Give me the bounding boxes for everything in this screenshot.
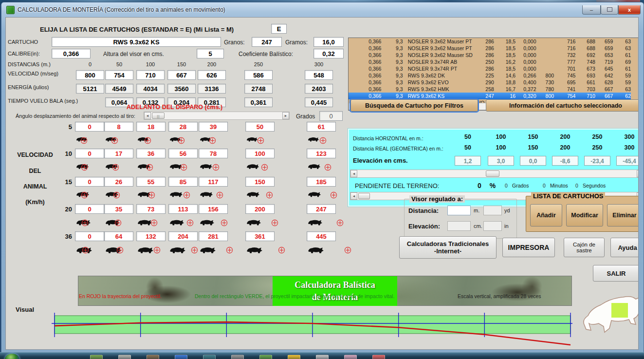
dist-horizontal-value: 50 — [464, 133, 471, 140]
crosshair-lead-icon — [216, 191, 223, 199]
taskbar-app-icon[interactable] — [147, 355, 159, 359]
elevation-value-box[interactable]: -8,6 — [552, 156, 578, 166]
taskbar-app-icon[interactable] — [90, 355, 103, 359]
cartucho-value[interactable]: RWS 9.3x62 KS — [52, 37, 221, 47]
title-bar[interactable]: CALCULADORA DE MONTERÍA (Corrección del … — [4, 3, 641, 16]
grados-label: Grados — [296, 113, 315, 120]
cartridge-row[interactable]: 0,3669,3RWS 9.3x62 HMK25816,70,372780741… — [349, 86, 631, 93]
taskbar-app-icon[interactable] — [288, 355, 300, 359]
grid-vscrollbar[interactable]: ▲ ▼ — [638, 38, 639, 103]
cartridge-row[interactable]: 0,3669,3NOSLER 9.3x74R PT28618,50,000701… — [349, 65, 631, 72]
velocity-value: 754 — [105, 70, 133, 80]
cartridge-row[interactable]: 0,3669,3NOSLER 9.3x62 Mauser SD28618,50,… — [349, 52, 631, 58]
anadir-button[interactable]: Añadir — [530, 204, 562, 227]
gramos-value[interactable]: 16,0 — [313, 37, 344, 47]
eliminar-button[interactable]: Eliminar — [607, 204, 639, 227]
boar-silhouette-icon — [169, 191, 183, 199]
elevation-value-box[interactable]: -23,4 — [584, 156, 610, 166]
cartridge-cell: 659 — [595, 45, 613, 52]
distance-scroll-thumb[interactable] — [486, 170, 499, 177]
cartridge-row[interactable]: 0,3669,3NOSLER 9.3x62 Mauser PT28618,50,… — [349, 45, 631, 52]
crosshair-lead-icon — [150, 219, 158, 227]
taskbar-app-icon[interactable] — [259, 355, 272, 359]
cartridge-cell: 9,3 — [381, 45, 403, 52]
taskbar-app-icon[interactable] — [316, 355, 329, 359]
impresora-button[interactable]: IMPRESORA — [502, 238, 555, 257]
minimize-button[interactable]: – — [582, 5, 601, 15]
visor-distancia-m-input[interactable] — [447, 206, 471, 215]
taskbar-app-icon[interactable] — [344, 355, 357, 359]
salir-button[interactable]: SALIR — [593, 265, 639, 282]
crosshair-lead-icon — [319, 137, 327, 144]
angle-slider-right-arrow[interactable]: ► — [282, 112, 289, 119]
angle-slider-thumb[interactable]: ||| — [152, 113, 165, 119]
pendiente-grados-value: 0 — [505, 183, 508, 189]
cartridge-cell: 628 — [595, 79, 613, 86]
velocity-value: 710 — [136, 70, 165, 80]
cartridge-row[interactable]: 0,3669,3NOSLER 9.3x74R AB25016,20,000777… — [349, 58, 631, 65]
elevation-value-box[interactable]: 0,0 — [520, 156, 546, 166]
calculadoras-tradicionales-button[interactable]: Calculadoras Tradicionales -Internet- — [399, 236, 497, 259]
taskbar-app-icon[interactable] — [372, 355, 385, 359]
distance-scroll-right-arrow[interactable]: ► — [637, 170, 639, 177]
cajon-de-sastre-button[interactable]: Cajón de sastre — [564, 238, 605, 257]
crosshair-lead-icon — [183, 191, 190, 199]
cartridge-row[interactable]: 0,3669,3RWS 9.3x62 EVO29018,80,400730695… — [349, 79, 631, 86]
elevacion-cms-label: Elevación en cms. — [353, 157, 408, 164]
cartridge-cell: 0,366 — [349, 38, 381, 45]
busqueda-filtros-button[interactable]: Búsqueda de Cartucho por Filtros — [350, 99, 478, 112]
cartridge-cell: 0,366 — [349, 79, 381, 86]
cartridge-cell: NOSLER 9.3x62 Mauser SD — [403, 52, 478, 58]
calibre-value[interactable]: 0,366 — [52, 49, 91, 58]
informacion-cartucho-button[interactable]: Información del cartucho seleccionado — [486, 99, 639, 112]
cartridge-row[interactable]: 0,3669,3RWS 9.3x62 DK22514,60,2668007456… — [349, 72, 631, 79]
crosshair-lead-icon — [271, 219, 278, 227]
cartridge-cell: 9,3 — [381, 79, 403, 86]
cartridge-cell: 16,7 — [494, 86, 515, 93]
crosshair-lead-icon — [146, 164, 153, 171]
start-orb[interactable] — [5, 354, 19, 359]
distance-tick: 0 — [89, 61, 92, 67]
elevation-value-box[interactable]: 3,0 — [488, 156, 514, 166]
pendiente-slider-thumb[interactable] — [358, 193, 370, 199]
distance-scrollbar[interactable]: ◄ ► — [350, 170, 639, 178]
taskbar-app-icon[interactable] — [175, 355, 187, 359]
elevation-value-box[interactable]: -45,4 — [616, 156, 639, 166]
close-button[interactable]: x — [618, 5, 641, 15]
pendiente-slider-left-arrow[interactable]: ◄ — [350, 192, 357, 200]
cartridge-cell: 730 — [536, 79, 554, 86]
cartridge-row[interactable]: 0,3669,3RWS 9.3x62 KS247160,320800754710… — [349, 93, 631, 99]
gramos-label: Gramos: — [285, 39, 308, 46]
grados-value[interactable]: 0 — [319, 111, 343, 121]
taskbar-app-icon[interactable] — [231, 355, 244, 359]
taskbar[interactable] — [0, 352, 644, 359]
visor-distancia-yd-input[interactable] — [483, 206, 502, 215]
modificar-button[interactable]: Modificar — [566, 204, 603, 227]
cartridge-cell: 9,3 — [381, 86, 403, 93]
visor-elevacion-cm-input[interactable] — [447, 221, 471, 231]
angle-slider[interactable]: ◄ ||| ► — [144, 112, 290, 120]
cartridge-row[interactable]: 0,3669,3NOSLER 9.3x62 Mauser PT28618,50,… — [349, 38, 631, 45]
distancias-label: DISTANCIAS (m.) — [8, 61, 51, 67]
angle-slider-left-arrow[interactable]: ◄ — [144, 112, 151, 119]
velocity-value: 548 — [305, 70, 333, 80]
matrix-side-label: (Km/h) — [13, 199, 57, 206]
granos-value[interactable]: 247 — [252, 37, 282, 47]
distance-scroll-left-arrow[interactable]: ◄ — [350, 170, 357, 177]
coef-balistico-value[interactable]: 0,32 — [313, 49, 344, 58]
crosshair-lead-icon — [180, 164, 187, 171]
lead-value-cell: 100 — [245, 149, 275, 158]
list-select-input[interactable]: E — [271, 24, 287, 34]
taskbar-app-icon[interactable] — [203, 355, 216, 359]
visor-elevacion-in-input[interactable] — [483, 221, 502, 231]
visor-distancia-label: Distancia: — [408, 207, 439, 214]
crosshair-lead-icon — [81, 191, 88, 199]
ayuda-button[interactable]: Ayuda — [610, 238, 639, 257]
dist-horizontal-value: 300 — [625, 133, 635, 140]
matrix-speed-label: 10 — [58, 150, 72, 157]
elevation-value-box[interactable]: 1,2 — [455, 156, 481, 166]
maximize-button[interactable] — [601, 5, 618, 15]
cajon-line2: sastre — [576, 247, 591, 253]
taskbar-app-icon[interactable] — [118, 355, 131, 359]
altura-visor-value[interactable]: 5 — [197, 49, 224, 58]
